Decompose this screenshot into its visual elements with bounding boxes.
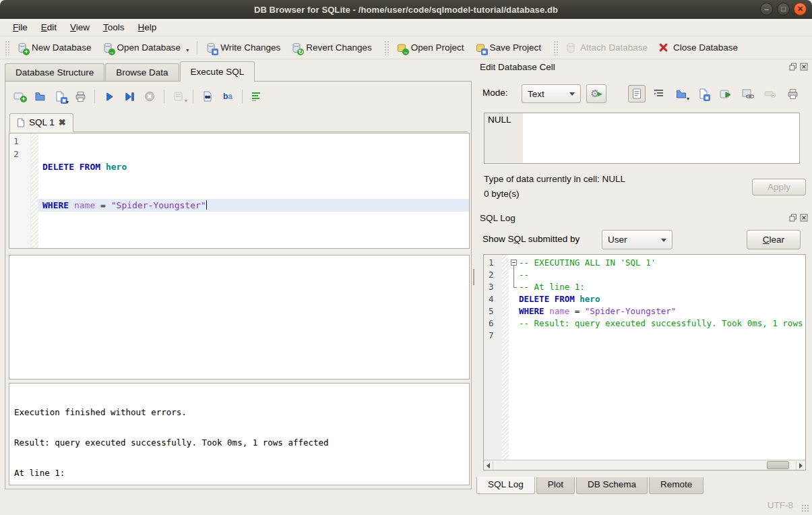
text-mode-button[interactable] [628,85,646,102]
open-project-button[interactable]: → Open Project [391,40,470,56]
filter-label: Show SQL submitted by [482,234,580,244]
results-grid-pane[interactable] [9,255,470,380]
tab-close-icon[interactable]: ✖ [59,117,66,127]
editor-line-1: DELETE FROM hero [38,160,469,173]
new-database-icon: + [17,42,28,53]
toolbar-grip[interactable] [5,40,9,55]
toolbar-grip[interactable] [553,40,558,55]
find-button[interactable] [199,88,216,105]
image-link-button[interactable] [739,85,757,102]
auto-format-button[interactable]: ba [219,88,237,105]
apply-button[interactable]: Apply [752,179,806,195]
execute-all-button[interactable] [100,88,118,105]
save-sql-file-button[interactable]: ■ ▾ [51,88,69,105]
float-dock-icon[interactable] [789,63,797,71]
save-project-button[interactable]: ■ Save Project [470,40,547,56]
editor-line-2-current: WHERE name = "Spider-Youngster" [38,199,469,212]
sql-file-tab[interactable]: SQL 1 ✖ [9,113,73,132]
stop-button[interactable] [141,88,158,105]
close-database-button[interactable]: Close Database [653,40,743,56]
main-tabbar: Database Structure Browse Data Execute S… [5,63,255,82]
sql-editor[interactable]: 1 2 DELETE FROM hero WHERE name = "Spide… [9,133,470,249]
new-database-button[interactable]: + New Database [11,40,97,56]
log-horizontal-scrollbar[interactable] [484,460,805,470]
tab-browse-data[interactable]: Browse Data [105,63,179,82]
main-content: Database Structure Browse Data Execute S… [0,59,812,494]
scroll-right-icon[interactable] [796,461,805,470]
print-cell-icon [787,88,799,100]
stop-icon [144,91,155,102]
set-null-icon [764,90,776,98]
menu-view[interactable]: View [64,20,96,34]
mode-combobox[interactable]: Text [522,84,581,103]
dock-tabbar: SQL Log Plot DB Schema Remote [476,477,705,494]
execution-message-pane[interactable]: Execution finished without errors. Resul… [9,383,470,485]
log-fold-margin [509,255,519,460]
open-sql-file-button[interactable] [31,88,49,105]
tab-execute-sql[interactable]: Execute SQL [180,61,255,82]
set-null-button[interactable] [761,85,779,102]
menu-edit[interactable]: Edit [35,20,63,34]
tab-database-structure[interactable]: Database Structure [5,63,104,82]
toolbar-grip[interactable] [384,40,389,55]
word-wrap-icon [251,92,262,101]
print-icon [75,91,86,102]
execute-line-button[interactable] [121,88,138,105]
image-link-icon [742,89,754,98]
sql-log-view[interactable]: 1 2 3 4 5 6 7 -- EXECUTING ALL IN 'SQL 1… [483,254,806,471]
menu-file[interactable]: File [7,20,34,34]
open-database-dropdown-icon[interactable]: ▾ [186,47,189,53]
save-results-button[interactable]: ▾ [170,88,187,105]
scrollbar-thumb[interactable] [767,461,789,469]
word-wrap-button[interactable] [248,88,266,105]
open-database-icon: → [102,42,113,53]
window-title: DB Browser for SQLite - /home/user/code/… [0,5,812,15]
tab-sql-log[interactable]: SQL Log [476,477,535,494]
sql-file-tab-label: SQL 1 [29,117,55,127]
chevron-down-icon [661,239,666,242]
attach-database-button[interactable]: Attach Database [560,40,653,56]
tab-remote[interactable]: Remote [649,477,704,494]
print-button[interactable] [71,88,89,105]
tab-db-schema[interactable]: DB Schema [576,477,648,494]
close-dock-icon[interactable] [800,214,808,222]
cell-value-editor[interactable]: NULL [484,113,800,164]
write-changes-button[interactable]: ■ Write Changes [200,40,286,56]
minimize-icon[interactable]: – [760,3,773,16]
close-icon[interactable]: ✕ [794,3,807,16]
open-database-button[interactable]: → Open Database ▾ [97,40,195,56]
import-cell-data-button[interactable]: ▾ [673,85,690,102]
revert-changes-icon: ↻ [291,42,302,53]
scroll-left-icon[interactable] [484,461,493,470]
cell-mode-row: Mode: Text ⚙ ▶ [482,84,807,104]
word-wrap-cell-button[interactable] [650,85,668,102]
close-dock-icon[interactable] [800,63,808,71]
dock-splitter[interactable] [476,205,812,210]
revert-changes-button[interactable]: ↻ Revert Changes [286,40,377,56]
log-code-area: -- EXECUTING ALL IN 'SQL 1' -- -- At lin… [519,255,805,460]
find-icon [202,91,213,102]
submitted-by-combobox[interactable]: User [602,230,673,249]
resize-grip-icon[interactable] [801,504,810,513]
menu-help[interactable]: Help [132,20,163,34]
save-sql-file-icon: ■ [55,91,65,102]
save-cell-data-button[interactable]: ■ [695,85,712,102]
new-sql-tab-button[interactable]: + [11,88,28,105]
export-cell-button[interactable] [717,85,735,102]
open-project-icon: → [396,42,407,53]
main-toolbar: + New Database → Open Database ▾ ■ Write… [0,36,812,59]
titlebar[interactable]: DB Browser for SQLite - /home/user/code/… [0,0,812,19]
fold-collapse-icon[interactable] [511,260,517,266]
menu-tools[interactable]: Tools [97,20,131,34]
encoding-indicator[interactable]: UTF-8 [768,500,793,510]
tab-plot[interactable]: Plot [536,477,575,494]
editor-code-area[interactable]: DELETE FROM hero WHERE name = "Spider-Yo… [38,133,469,248]
chevron-down-icon [569,92,575,96]
float-dock-icon[interactable] [789,214,797,222]
maximize-icon[interactable]: □ [777,3,790,16]
cell-settings-button[interactable]: ⚙ ▶ [586,84,606,103]
write-changes-icon: ■ [206,42,216,53]
export-cell-icon [720,89,732,99]
print-cell-button[interactable] [784,85,801,102]
clear-button[interactable]: Clear [747,230,801,249]
